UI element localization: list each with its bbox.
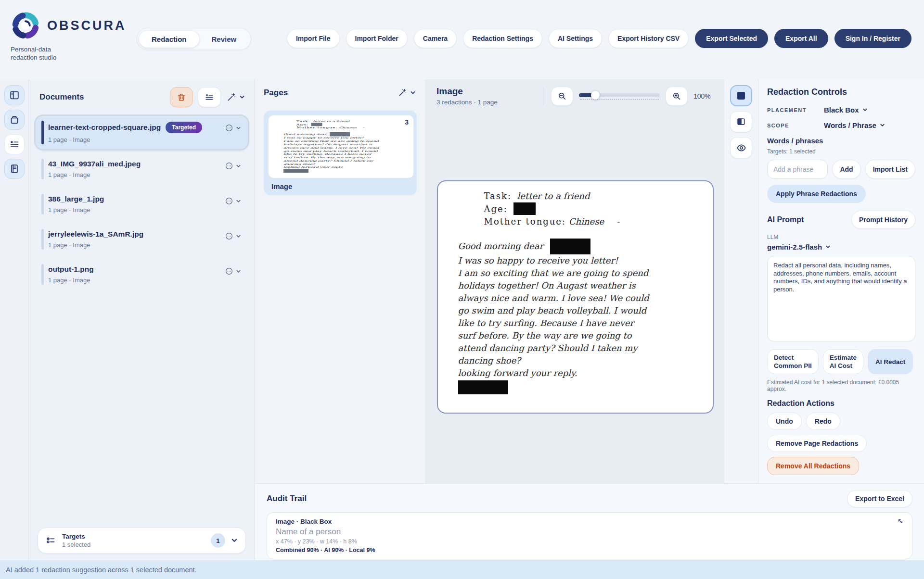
words-phrases-title: Words / phrases xyxy=(767,137,915,145)
chevron-down-icon[interactable] xyxy=(236,164,241,169)
playlist-add-icon[interactable] xyxy=(4,134,25,154)
ai-settings-button[interactable]: AI Settings xyxy=(549,29,602,48)
chevron-down-icon[interactable] xyxy=(231,537,238,544)
chevron-down-icon xyxy=(239,94,245,100)
phrase-input[interactable] xyxy=(767,160,828,179)
export-selected-button[interactable]: Export Selected xyxy=(695,29,768,48)
magic-wand-icon xyxy=(227,92,236,102)
llm-select[interactable]: gemini-2.5-flash xyxy=(767,243,915,251)
redaction-box-signature[interactable] xyxy=(458,380,508,394)
viewer-canvas[interactable]: Task: letter to a friend Age: Mother ton… xyxy=(426,111,724,483)
preview-button[interactable] xyxy=(730,137,752,158)
tab-review[interactable]: Review xyxy=(199,31,249,48)
document-name: 43_IMG_9937ali_med.jpeg xyxy=(48,160,141,168)
delete-document-button[interactable] xyxy=(170,87,193,107)
black-box-tool-button[interactable] xyxy=(730,85,752,106)
ai-cost-note: Estimated AI cost for 1 selected documen… xyxy=(767,379,915,392)
split-view-button[interactable] xyxy=(730,111,752,132)
audit-entry-scores: Combined 90% · AI 90% · Local 9% xyxy=(276,547,903,554)
audit-entry-coords: x 47% · y 23% · w 14% · h 8% xyxy=(276,538,903,545)
document-row-3[interactable]: jerryleelewis-1a_SAmR.jpg 1 page · Image xyxy=(36,224,248,254)
chevron-down-icon[interactable] xyxy=(236,199,241,204)
controls-title: Redaction Controls xyxy=(767,87,915,97)
chevron-down-icon[interactable] xyxy=(236,269,241,274)
checklist-icon xyxy=(46,535,56,546)
notebook-icon[interactable] xyxy=(4,159,25,179)
tool-rail xyxy=(724,79,758,483)
zoom-in-icon xyxy=(672,91,681,101)
remove-all-redactions-button[interactable]: Remove All Redactions xyxy=(767,457,859,475)
app-header: OBSCURA Personal-data redaction studio R… xyxy=(0,0,924,79)
zoom-out-icon xyxy=(557,91,567,101)
import-file-button[interactable]: Import File xyxy=(287,29,340,48)
viewer: Image 3 redactions · 1 page xyxy=(426,79,724,483)
page-number: 3 xyxy=(405,118,409,126)
document-name: 386_large_1.jpg xyxy=(48,195,104,203)
audit-entry-name: Name of a person xyxy=(276,527,903,537)
targets-summary[interactable]: Targets 1 selected 1 xyxy=(38,528,246,554)
ellipsis-menu-icon[interactable] xyxy=(225,197,233,205)
document-row-4[interactable]: output-1.png 1 page · Image xyxy=(36,259,248,290)
trash-icon xyxy=(177,92,186,102)
document-row-2[interactable]: 386_large_1.jpg 1 page · Image xyxy=(36,189,248,219)
chevron-down-icon xyxy=(410,90,416,96)
letter-document[interactable]: Task: letter to a friend Age: Mother ton… xyxy=(437,180,714,414)
zoom-in-button[interactable] xyxy=(666,87,688,106)
prompt-history-button[interactable]: Prompt History xyxy=(851,211,915,229)
zoom-controls: 100% xyxy=(543,87,714,106)
remove-page-redactions-button[interactable]: Remove Page Redactions xyxy=(767,435,867,452)
redo-button[interactable]: Redo xyxy=(806,413,840,430)
document-row-0[interactable]: learner-text-cropped-square.jpg Targeted… xyxy=(36,116,248,149)
redaction-box-name[interactable] xyxy=(550,239,590,254)
ai-redact-button[interactable]: AI Redact xyxy=(868,349,913,374)
targeted-badge: Targeted xyxy=(166,122,202,133)
ellipsis-menu-icon[interactable] xyxy=(225,267,233,276)
llm-label: LLM xyxy=(767,234,915,240)
import-folder-button[interactable]: Import Folder xyxy=(346,29,408,48)
viewer-title: Image xyxy=(436,86,498,97)
scope-select[interactable]: Words / Phrase xyxy=(824,121,885,129)
redaction-box-age[interactable] xyxy=(513,202,536,215)
audit-trail-title: Audit Trail xyxy=(267,494,307,503)
tab-redaction[interactable]: Redaction xyxy=(139,31,199,48)
add-phrase-button[interactable]: Add xyxy=(832,160,860,179)
add-to-list-button[interactable] xyxy=(198,87,221,107)
chevron-down-icon[interactable] xyxy=(236,126,241,131)
ellipsis-menu-icon[interactable] xyxy=(225,232,233,240)
export-to-excel-button[interactable]: Export to Excel xyxy=(847,490,912,507)
panel-left-icon[interactable] xyxy=(4,85,25,105)
sign-in-register-button[interactable]: Sign In / Register xyxy=(834,29,911,48)
zoom-slider-thumb[interactable] xyxy=(591,91,600,100)
archive-box-icon[interactable] xyxy=(4,110,25,130)
detect-common-pii-button[interactable]: Detect Common PII xyxy=(767,349,819,374)
document-meta: 1 page · Image xyxy=(48,206,225,214)
document-row-1[interactable]: 43_IMG_9937ali_med.jpeg 1 page · Image xyxy=(36,154,248,184)
expand-icon[interactable] xyxy=(897,517,904,525)
document-meta: 1 page · Image xyxy=(48,241,225,249)
estimate-ai-cost-button[interactable]: Estimate AI Cost xyxy=(823,349,863,374)
zoom-out-button[interactable] xyxy=(551,87,573,106)
export-all-button[interactable]: Export All xyxy=(774,29,828,48)
ellipsis-menu-icon[interactable] xyxy=(225,124,233,132)
page-thumbnail-card[interactable]: 3 Task: letter to a friend Age: Mother t… xyxy=(264,111,417,195)
ai-prompt-textarea[interactable]: Redact all personal data, including name… xyxy=(767,256,915,341)
zoom-slider[interactable] xyxy=(579,91,660,101)
document-name: output-1.png xyxy=(48,265,94,274)
pages-wand-menu[interactable] xyxy=(397,87,417,98)
camera-button[interactable]: Camera xyxy=(414,29,457,48)
obscura-logo xyxy=(11,11,40,40)
import-list-button[interactable]: Import List xyxy=(865,160,915,179)
undo-button[interactable]: Undo xyxy=(767,413,802,430)
divider xyxy=(543,88,543,104)
ellipsis-menu-icon[interactable] xyxy=(225,162,233,170)
redaction-settings-button[interactable]: Redaction Settings xyxy=(463,29,542,48)
audit-entry[interactable]: Image · Black Box Name of a person x 47%… xyxy=(267,512,912,559)
apply-phrase-redactions-button[interactable]: Apply Phrase Redactions xyxy=(767,185,866,203)
placement-select[interactable]: Black Box xyxy=(824,106,868,114)
documents-wand-menu[interactable] xyxy=(226,91,246,103)
chevron-down-icon[interactable] xyxy=(236,234,241,239)
redaction-actions-title: Redaction Actions xyxy=(767,399,915,408)
export-history-csv-button[interactable]: Export History CSV xyxy=(608,29,689,48)
chevron-down-icon xyxy=(862,107,868,113)
page-type-label: Image xyxy=(269,178,412,191)
